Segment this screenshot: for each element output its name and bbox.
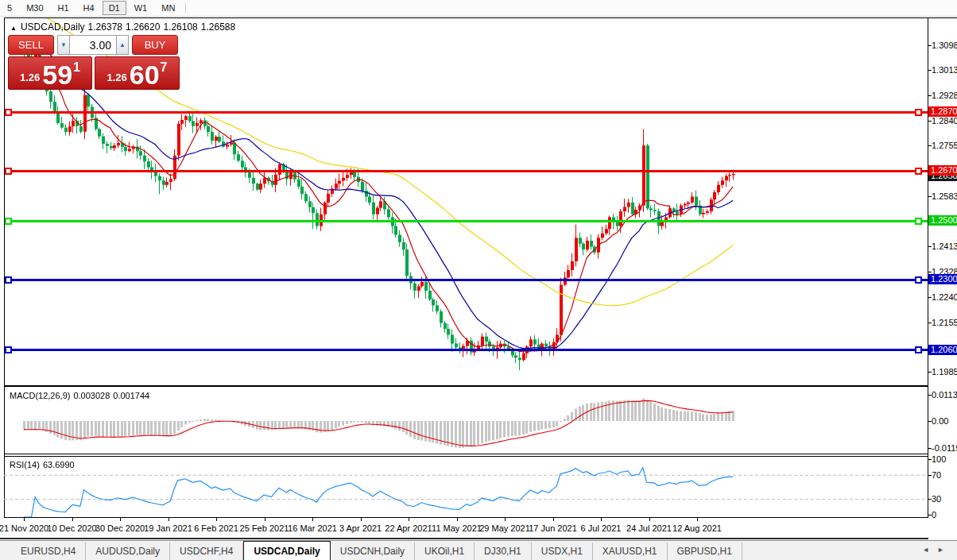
rsi-name: RSI(14) [10,460,40,469]
trading-terminal-window: 5 M30 H1 H4 D1 W1 MN ▲USDCAD,Daily1.2637… [0,0,957,560]
date-tick-mark [457,518,458,521]
date-tick-mark [24,518,25,521]
ohlc-open: 1.26378 [88,21,122,33]
chart-tab-bar: EURUSD,H4 AUDUSD,Daily USDCHF,H4 USDCAD,… [0,540,957,560]
sell-price-big: 59 [42,60,72,89]
tab-audusd-daily[interactable]: AUDUSD,Daily [86,543,170,560]
date-tick-mark [553,518,554,521]
date-tick-mark [697,518,698,521]
rsi-panel-bottom-border [4,517,928,518]
timeframe-button-m5[interactable]: 5 [1,1,18,15]
timeframe-button-h1[interactable]: H1 [52,1,76,15]
axis-tick-label: 1.27555 [932,141,957,150]
sell-price-prefix: 1.26 [20,71,40,83]
axis-tick-label: 1.22405 [932,292,957,302]
chart-header: ▲USDCAD,Daily1.263781.266201.261081.2658… [10,21,238,33]
volume-input[interactable] [70,35,116,55]
rsi-value: 63.6990 [43,460,75,469]
timeframe-button-d1[interactable]: D1 [103,1,126,15]
macd-panel-bottom-border [4,454,928,454]
price-line-label: 1.20609 [928,345,957,355]
date-tick-mark [409,518,409,521]
date-tick-mark [505,518,506,521]
date-label: 12 Aug 2021 [661,523,733,533]
date-tick-mark [169,518,169,521]
tab-ukoil-h1[interactable]: UKOil,H1 [415,543,475,560]
price-line-label: 1.26700 [928,165,957,176]
collapse-panel-icon[interactable]: ▲ [10,25,17,32]
timeframe-button-m30[interactable]: M30 [20,1,49,15]
macd-main-value: 0.003028 [73,391,110,400]
volume-decrease-button[interactable]: ▼ [57,35,70,55]
tab-usdcnh-daily[interactable]: USDCNH,Daily [331,543,415,560]
axis-tick-label: 1.28405 [932,116,957,126]
tab-scroll-arrows: ◄► [922,546,952,554]
one-click-trading-panel: SELL ▼ ▲ BUY 1.26 59 1 1.26 60 7 [8,35,180,90]
ohlc-high: 1.26620 [126,21,160,33]
buy-price-box[interactable]: 1.26 60 7 [95,56,180,90]
chart-symbol-title: USDCAD,Daily [21,21,85,33]
axis-tick-label: 70 [932,470,941,480]
date-tick-mark [72,518,73,521]
price-line-label: 1.28700 [928,106,957,117]
date-tick-mark [312,518,313,521]
spin-down-icon: ▼ [60,41,67,48]
buy-button[interactable]: BUY [132,35,178,55]
ohlc-low: 1.26108 [163,21,197,33]
axis-tick-label: 0 [932,510,936,519]
ohlc-close: 1.26588 [201,21,235,33]
tab-eurusd-h4[interactable]: EURUSD,H4 [11,543,86,560]
timeframe-toolbar: 5 M30 H1 H4 D1 W1 MN [0,0,957,17]
axis-tick-label: 1.25830 [932,191,957,201]
axis-tick-label: 100 [932,454,946,464]
rsi-indicator-canvas[interactable] [4,457,928,517]
axis-tick-label: 0.00 [932,416,948,426]
tab-xauusd-h1[interactable]: XAUUSD,H1 [593,543,668,560]
date-tick-mark [120,518,121,521]
axis-tick-label: 1.19855 [932,367,957,377]
date-tick-mark [216,518,217,521]
tab-scroll-right-icon[interactable]: ► [937,546,952,554]
toolbar-separator [185,2,186,14]
sell-price-pip: 1 [73,60,80,75]
macd-name: MACD(12,26,9) [10,391,70,400]
date-tick-mark [601,518,602,521]
axis-tick-label: 1.30130 [932,65,957,75]
rsi-label: RSI(14)63.6990 [10,460,78,469]
tab-usdchf-h4[interactable]: USDCHF,H4 [170,543,243,560]
axis-tick-label: 0.01135 [932,390,957,400]
axis-tick-label: 1.30980 [932,41,957,50]
date-tick-mark [649,518,650,521]
tab-usdcad-daily[interactable]: USDCAD,Daily [243,541,330,560]
date-tick-mark [265,518,265,521]
tab-usdx-h1[interactable]: USDX,H1 [532,543,593,560]
timeframe-button-h4[interactable]: H4 [77,1,101,15]
buy-price-pip: 7 [161,60,168,75]
macd-label: MACD(12,26,9)0.0030280.001744 [10,391,153,400]
tab-scroll-left-icon[interactable]: ◄ [922,546,937,554]
macd-signal-value: 0.001744 [113,391,149,400]
tab-gbpusd-h1[interactable]: GBPUSD,H1 [668,543,742,560]
sell-price-box[interactable]: 1.26 59 1 [8,56,92,90]
volume-increase-button[interactable]: ▲ [116,35,129,55]
price-line-label: 1.23003 [928,274,957,284]
axis-tick-label: 1.21555 [932,318,957,327]
sell-button[interactable]: SELL [8,35,54,55]
axis-tick-label: 30 [932,494,941,504]
window-bottom-border [0,538,928,539]
buy-price-prefix: 1.26 [107,71,126,83]
date-tick-mark [361,518,362,521]
timeframe-button-mn[interactable]: MN [155,1,181,15]
spin-up-icon: ▲ [119,41,126,48]
price-line-label: 1.25003 [928,215,957,226]
axis-tick-label: 1.29280 [932,91,957,100]
axis-tick-label: 1.24130 [932,241,957,251]
price-axis-border [928,17,928,518]
axis-tick-label: -0.01190 [932,443,957,453]
tab-dj30-h1[interactable]: DJ30,H1 [475,543,532,560]
buy-price-big: 60 [130,60,160,89]
timeframe-button-w1[interactable]: W1 [128,1,154,15]
